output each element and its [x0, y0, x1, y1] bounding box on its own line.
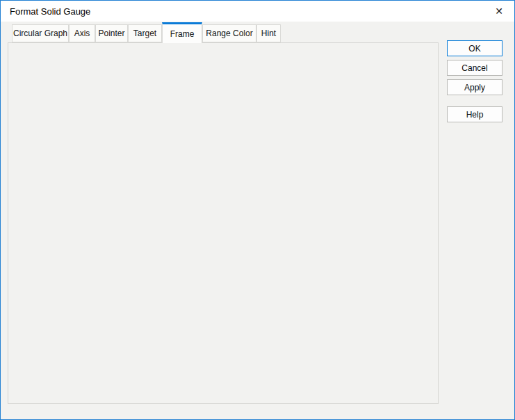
- close-icon: ✕: [495, 6, 503, 17]
- tab-axis[interactable]: Axis: [69, 24, 95, 42]
- apply-button[interactable]: Apply: [447, 79, 502, 95]
- tab-circular-graph[interactable]: Circular Graph: [12, 24, 69, 42]
- cancel-button[interactable]: Cancel: [447, 60, 502, 76]
- tab-frame[interactable]: Frame: [162, 22, 202, 43]
- tab-range-color[interactable]: Range Color: [202, 24, 256, 42]
- window-title: Format Solid Gauge: [10, 6, 90, 17]
- frame-tab-page: [8, 42, 439, 404]
- tab-pointer[interactable]: Pointer: [95, 24, 128, 42]
- close-button[interactable]: ✕: [489, 4, 509, 18]
- tab-hint[interactable]: Hint: [256, 24, 281, 42]
- tab-target[interactable]: Target: [128, 24, 162, 42]
- ok-button[interactable]: OK: [447, 40, 502, 56]
- help-button[interactable]: Help: [447, 106, 502, 122]
- titlebar: Format Solid Gauge ✕: [1, 1, 514, 22]
- format-solid-gauge-dialog: Format Solid Gauge ✕ Circular Graph Axis…: [0, 0, 515, 420]
